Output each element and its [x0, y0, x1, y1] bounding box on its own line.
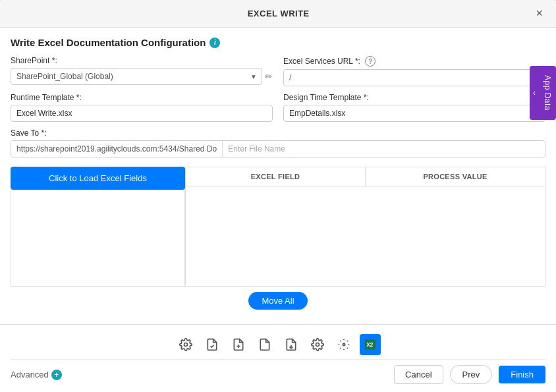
- app-data-tab[interactable]: App Data: [539, 66, 556, 120]
- sharepoint-select[interactable]: SharePoint_Global (Global): [11, 68, 262, 85]
- excel-services-select[interactable]: /: [283, 69, 545, 86]
- modal-container: EXCEL WRITE × Write Excel Documentation …: [0, 0, 556, 392]
- design-time-group: Design Time Template *:: [283, 93, 545, 122]
- toolbar-icon-excel[interactable]: X2: [360, 334, 381, 355]
- modal-body: Write Excel Documentation Configuration …: [0, 28, 556, 324]
- excel-icon: X2: [364, 338, 377, 351]
- finish-button[interactable]: Finish: [499, 366, 545, 383]
- help-icon[interactable]: ?: [365, 56, 375, 67]
- runtime-template-input[interactable]: [11, 105, 273, 122]
- runtime-template-label: Runtime Template *:: [11, 93, 273, 102]
- toolbar-row: X2: [11, 330, 545, 360]
- sharepoint-label: SharePoint *:: [11, 56, 273, 65]
- toolbar-icon-doc-export[interactable]: [281, 334, 302, 355]
- left-list: [11, 190, 185, 287]
- save-to-url-value: https://sharepoint2019.agilityclouds.com…: [11, 141, 222, 157]
- app-data-panel: ‹ App Data: [530, 66, 556, 120]
- doc-settings-icon: [232, 338, 245, 351]
- cancel-button[interactable]: Cancel: [394, 365, 443, 384]
- form-row-3: Save To *: https://sharepoint2019.agilit…: [11, 128, 545, 157]
- modal-title: EXCEL WRITE: [24, 9, 533, 18]
- excel-services-group: Excel Services URL *: ? / ▼: [283, 56, 545, 86]
- prev-button[interactable]: Prev: [450, 365, 493, 384]
- doc-export-icon: [285, 338, 298, 351]
- excel-services-label: Excel Services URL *: ?: [283, 56, 545, 67]
- sharepoint-group: SharePoint *: SharePoint_Global (Global)…: [11, 56, 273, 86]
- svg-text:X2: X2: [366, 341, 374, 348]
- toolbar-icon-settings[interactable]: [333, 334, 354, 355]
- modal-footer: X2 Advanced + Cancel Prev Finish: [0, 324, 556, 392]
- table-header: EXCEL FIELD PROCESS VALUE: [186, 167, 545, 186]
- modal-header: EXCEL WRITE ×: [0, 0, 556, 28]
- right-panel: EXCEL FIELD PROCESS VALUE: [185, 167, 545, 287]
- table-col-field: EXCEL FIELD: [186, 167, 366, 186]
- edit-icon[interactable]: ✏: [265, 71, 273, 82]
- toolbar-icon-doc-settings[interactable]: [228, 334, 249, 355]
- toolbar-icon-doc-plain[interactable]: [254, 334, 275, 355]
- left-panel: Click to Load Excel Fields: [11, 167, 185, 287]
- gear1-icon: [179, 338, 192, 351]
- save-to-placeholder: Enter File Name: [222, 141, 545, 157]
- toolbar-icon-gear1[interactable]: [175, 334, 196, 355]
- design-time-label: Design Time Template *:: [283, 93, 545, 102]
- svg-point-5: [343, 343, 345, 345]
- info-icon[interactable]: i: [209, 38, 220, 48]
- save-to-label: Save To *:: [11, 128, 545, 138]
- svg-point-0: [184, 343, 188, 347]
- move-all-row: Move All: [11, 287, 545, 315]
- gear2-icon: [311, 338, 324, 351]
- plus-circle-icon: +: [51, 370, 62, 380]
- main-content: Click to Load Excel Fields EXCEL FIELD P…: [11, 167, 545, 287]
- table-col-process: PROCESS VALUE: [366, 167, 545, 186]
- doc-plain-icon: [258, 338, 271, 351]
- toolbar-icon-gear2[interactable]: [307, 334, 328, 355]
- toolbar-icon-doc-check[interactable]: [202, 334, 223, 355]
- load-excel-button[interactable]: Click to Load Excel Fields: [11, 167, 185, 190]
- close-button[interactable]: ×: [533, 7, 545, 20]
- excel-services-input-wrapper: / ▼: [283, 69, 545, 86]
- app-data-chevron[interactable]: ‹: [530, 66, 539, 120]
- svg-point-4: [316, 343, 320, 347]
- move-all-button[interactable]: Move All: [248, 292, 307, 310]
- design-time-input[interactable]: [283, 105, 545, 122]
- section-title: Write Excel Documentation Configuration …: [11, 37, 545, 48]
- form-row-2: Runtime Template *: Design Time Template…: [11, 93, 545, 122]
- runtime-template-group: Runtime Template *:: [11, 93, 273, 122]
- settings-icon: [337, 338, 350, 351]
- form-row-1: SharePoint *: SharePoint_Global (Global)…: [11, 56, 545, 86]
- save-to-group: Save To *: https://sharepoint2019.agilit…: [11, 128, 545, 157]
- action-row: Advanced + Cancel Prev Finish: [11, 360, 545, 387]
- advanced-button[interactable]: Advanced +: [11, 370, 62, 380]
- advanced-label: Advanced: [11, 370, 49, 379]
- sharepoint-input-wrapper: SharePoint_Global (Global) ▼ ✏: [11, 68, 273, 85]
- doc-check-icon: [206, 338, 219, 351]
- table-body: [186, 186, 545, 286]
- save-to-input[interactable]: https://sharepoint2019.agilityclouds.com…: [11, 140, 545, 157]
